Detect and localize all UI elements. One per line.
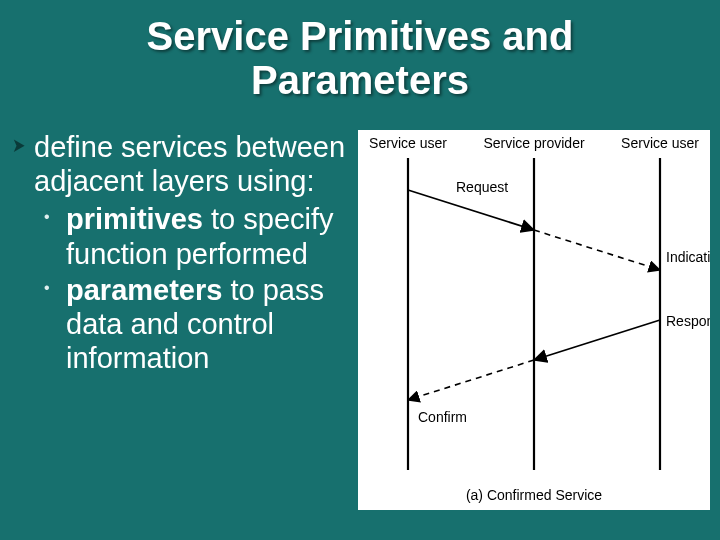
label-request: Request (456, 179, 508, 195)
arrow-confirm (408, 360, 534, 400)
bullet-level2-1-bold: primitives (66, 203, 203, 235)
title-line-2: Parameters (251, 58, 469, 102)
bullet-level1: define services between adjacent layers … (10, 130, 350, 198)
arrow-request (408, 190, 534, 230)
bullet-level1-text: define services between adjacent layers … (34, 131, 345, 197)
label-indication: Indication (666, 249, 710, 265)
bullet-level2-1: primitives to specify function performed (10, 202, 350, 270)
bullet-level2-2-bold: parameters (66, 274, 222, 306)
sequence-diagram: Service user Service provider Service us… (358, 130, 710, 510)
label-confirm: Confirm (418, 409, 467, 425)
actor-right-label: Service user (621, 135, 699, 151)
actor-center-label: Service provider (483, 135, 584, 151)
slide-title: Service Primitives and Parameters (0, 0, 720, 102)
arrow-response (534, 320, 660, 360)
label-response: Response (666, 313, 710, 329)
diagram-svg: Service user Service provider Service us… (358, 130, 710, 510)
slide: Service Primitives and Parameters define… (0, 0, 720, 540)
actor-left-label: Service user (369, 135, 447, 151)
diagram-caption: (a) Confirmed Service (466, 487, 602, 503)
title-line-1: Service Primitives and (147, 14, 574, 58)
arrow-indication (534, 230, 660, 270)
bullet-level2-2: parameters to pass data and control info… (10, 273, 350, 376)
slide-body: define services between adjacent layers … (10, 130, 350, 376)
